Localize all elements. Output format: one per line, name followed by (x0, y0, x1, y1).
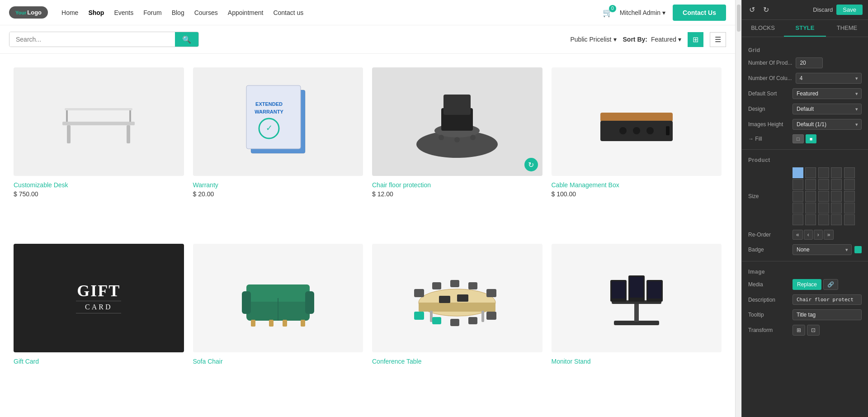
product-name-conference[interactable]: Conference Table (372, 358, 542, 365)
product-name-cable[interactable]: Cable Management Box (552, 181, 722, 189)
transform-btn-2[interactable]: ⊡ (807, 325, 820, 336)
link-button[interactable]: 🔗 (823, 279, 838, 290)
num-prod-input[interactable] (796, 57, 823, 68)
size-cell-3-1[interactable] (805, 203, 816, 213)
size-cell-4-0[interactable] (793, 214, 803, 225)
list-item[interactable]: Conference Table (368, 239, 547, 408)
size-cell-0-3[interactable] (831, 167, 842, 178)
list-item[interactable]: Monitor Stand (547, 239, 726, 408)
nav-item-appointment[interactable]: Appointment (228, 9, 264, 16)
pricelist-dropdown[interactable]: Public Pricelist ▾ (570, 36, 616, 43)
svg-rect-38 (481, 311, 484, 322)
replace-button[interactable]: Replace (793, 279, 821, 290)
list-item[interactable]: ↻ Chair floor protection $ 12.00 (368, 63, 547, 239)
right-panel: ↺ ↻ Discard Save BLOCKS STYLE THEME Grid… (741, 0, 868, 417)
size-label: Size (748, 193, 789, 199)
size-cell-2-0[interactable] (793, 191, 803, 202)
svg-rect-1 (67, 125, 71, 143)
design-select[interactable]: Default (793, 104, 862, 114)
nav-item-courses[interactable]: Courses (194, 9, 218, 16)
size-cell-3-3[interactable] (831, 203, 842, 213)
size-cell-4-4[interactable] (844, 214, 855, 225)
size-cell-2-2[interactable] (818, 191, 829, 202)
product-image-sofa (193, 244, 363, 352)
product-grid: Customizable Desk $ 750.00 EXTENDED WARR… (0, 54, 735, 417)
nav-item-shop[interactable]: Shop (88, 9, 104, 16)
size-cell-0-1[interactable] (805, 167, 816, 178)
admin-menu[interactable]: Mitchell Admin ▾ (620, 9, 665, 16)
tab-blocks[interactable]: BLOCKS (742, 20, 784, 37)
product-name-monitor[interactable]: Monitor Stand (552, 358, 722, 365)
contact-us-button[interactable]: Contact Us (673, 5, 726, 21)
size-cell-3-0[interactable] (793, 203, 803, 213)
badge-select[interactable]: None (793, 244, 852, 255)
search-button[interactable]: 🔍 (175, 32, 198, 47)
size-cell-3-2[interactable] (818, 203, 829, 213)
img-height-select[interactable]: Default (1/1) 4/3 16/9 (793, 119, 862, 130)
num-col-select[interactable]: 4 3 2 (796, 73, 862, 84)
sort-dropdown[interactable]: Sort By: Featured ▾ (623, 36, 682, 43)
size-grid-wrap (793, 167, 862, 225)
size-cell-1-3[interactable] (831, 179, 842, 190)
list-item[interactable]: Customizable Desk $ 750.00 (9, 63, 189, 239)
logo[interactable]: YourLogo (9, 6, 48, 19)
reorder-next-button[interactable]: › (814, 230, 823, 240)
discard-button[interactable]: Discard (813, 5, 833, 15)
product-name-desk[interactable]: Customizable Desk (14, 181, 184, 189)
grid-view-button[interactable]: ⊞ (688, 32, 703, 47)
default-sort-select[interactable]: Featured Price Name (793, 88, 862, 99)
size-cell-0-0[interactable] (793, 167, 803, 178)
size-cell-2-4[interactable] (844, 191, 855, 202)
product-name-warranty[interactable]: Warranty (193, 181, 363, 189)
nav-item-events[interactable]: Events (114, 9, 133, 16)
cart-icon[interactable]: 🛒 0 (603, 8, 613, 18)
list-item[interactable]: Sofa Chair (189, 239, 368, 408)
size-cell-1-4[interactable] (844, 179, 855, 190)
size-cell-4-2[interactable] (818, 214, 829, 225)
size-cell-1-0[interactable] (793, 179, 803, 190)
size-cell-1-1[interactable] (805, 179, 816, 190)
size-cell-4-1[interactable] (805, 214, 816, 225)
badge-row: None (793, 244, 862, 255)
product-name-sofa[interactable]: Sofa Chair (193, 358, 363, 365)
size-cell-0-2[interactable] (818, 167, 829, 178)
size-cell-1-2[interactable] (818, 179, 829, 190)
list-view-button[interactable]: ☰ (710, 32, 726, 47)
reorder-first-button[interactable]: « (793, 230, 803, 240)
list-item[interactable]: EXTENDED WARRANTY ✓ Warranty $ 20.00 (189, 63, 368, 239)
nav-item-contact[interactable]: Contact us (273, 9, 303, 16)
description-input[interactable] (793, 294, 862, 305)
tab-theme[interactable]: THEME (826, 20, 868, 37)
fill-solid-button[interactable]: ■ (806, 134, 817, 143)
size-cell-3-4[interactable] (844, 203, 855, 213)
badge-label: Badge (748, 246, 789, 253)
default-sort-select-wrap: Featured Price Name (793, 88, 862, 99)
save-button[interactable]: Save (836, 5, 863, 15)
reorder-prev-button[interactable]: ‹ (804, 230, 813, 240)
svg-rect-41 (450, 280, 459, 287)
transform-btn-1[interactable]: ⊞ (793, 325, 805, 336)
navbar: YourLogo Home Shop Events Forum Blog Cou… (0, 0, 735, 25)
size-cell-0-4[interactable] (844, 167, 855, 178)
reorder-last-button[interactable]: » (824, 230, 834, 240)
nav-item-blog[interactable]: Blog (172, 9, 184, 16)
main-scrollbar[interactable] (735, 0, 741, 417)
tooltip-input[interactable] (793, 309, 862, 320)
search-input[interactable] (9, 32, 175, 47)
img-height-select-wrap: Default (1/1) 4/3 16/9 (793, 119, 862, 130)
size-cell-2-1[interactable] (805, 191, 816, 202)
svg-text:✓: ✓ (265, 123, 272, 133)
product-name-floor[interactable]: Chair floor protection (372, 181, 542, 189)
nav-item-forum[interactable]: Forum (143, 9, 161, 16)
tab-style[interactable]: STYLE (784, 20, 826, 37)
desk-svg (53, 95, 144, 149)
size-cell-4-3[interactable] (831, 214, 842, 225)
size-cell-2-3[interactable] (831, 191, 842, 202)
list-item[interactable]: Cable Management Box $ 100.00 (547, 63, 726, 239)
product-name-gift[interactable]: Gift Card (14, 358, 184, 365)
undo-button[interactable]: ↺ (747, 5, 757, 15)
redo-button[interactable]: ↻ (761, 5, 771, 15)
nav-item-home[interactable]: Home (61, 9, 78, 16)
list-item[interactable]: GIFT CARD Gift Card (9, 239, 189, 408)
fill-outline-button[interactable]: □ (793, 134, 804, 143)
